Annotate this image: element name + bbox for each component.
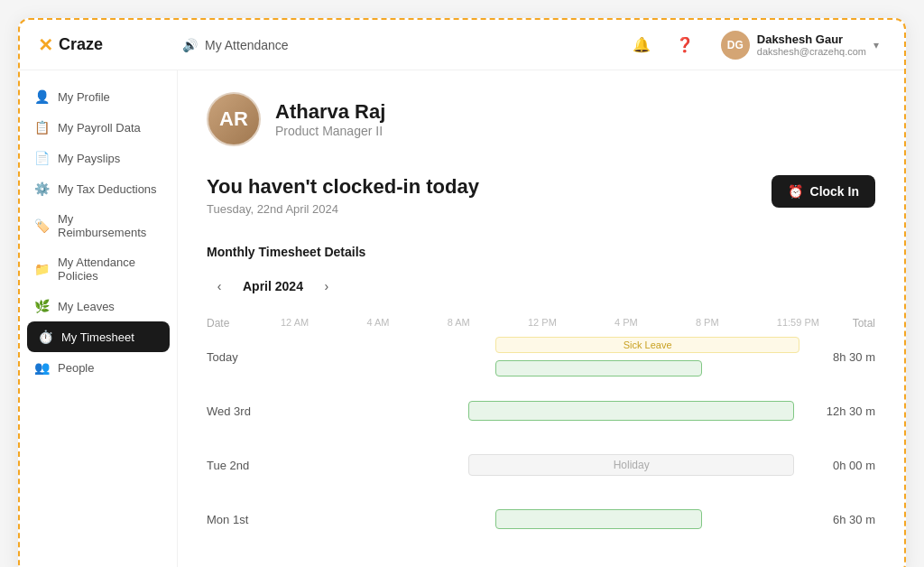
timesheet-heading: Monthly Timesheet Details xyxy=(207,245,875,259)
app-frame: ✕ Craze 🔊 My Attendance 🔔 ❓ DG Dakshesh … xyxy=(18,18,906,567)
prev-month-button[interactable]: ‹ xyxy=(207,274,232,299)
user-details: Dakshesh Gaur dakshesh@crazehq.com xyxy=(757,33,866,57)
row-total: 12h 30 m xyxy=(821,404,875,418)
row-bars: Holiday xyxy=(279,443,821,487)
nav-label-my-timesheet: My Timesheet xyxy=(61,330,134,344)
nav-label-my-tax-deductions: My Tax Deductions xyxy=(58,182,157,196)
nav-label-my-reimbursements: My Reimbursements xyxy=(58,212,162,239)
nav-icon-my-tax-deductions: ⚙️ xyxy=(34,181,49,196)
clock-in-button[interactable]: ⏰ Clock In xyxy=(772,175,875,208)
topbar-title-text: My Attendance xyxy=(205,38,289,52)
row-date: Today xyxy=(207,350,279,364)
row-date: Tue 2nd xyxy=(207,459,279,472)
logo: ✕ Craze xyxy=(38,34,182,56)
date-column-header: Date xyxy=(207,317,279,330)
total-column-header: Total xyxy=(821,317,875,330)
nav-icon-my-payslips: 📄 xyxy=(34,151,49,165)
timesheet-section: Monthly Timesheet Details ‹ April 2024 ›… xyxy=(207,245,875,541)
user-menu[interactable]: DG Dakshesh Gaur dakshesh@crazehq.com ▾ xyxy=(714,27,886,63)
nav-icon-people: 👥 xyxy=(34,360,49,375)
sidebar-item-my-attendance-policies[interactable]: 📁 My Attendance Policies xyxy=(20,247,177,291)
sidebar-item-my-leaves[interactable]: 🌿 My Leaves xyxy=(20,291,177,321)
row-total: 0h 00 m xyxy=(821,459,875,472)
sidebar-item-people[interactable]: 👥 People xyxy=(20,352,177,383)
next-month-button[interactable]: › xyxy=(314,274,339,299)
attendance-icon: 🔊 xyxy=(182,38,198,52)
table-row: TodaySick Leave8h 30 m xyxy=(207,335,875,378)
nav-label-my-profile: My Profile xyxy=(58,90,110,104)
table-row: Wed 3rd12h 30 m xyxy=(207,389,875,432)
nav-icon-my-payroll-data: 📋 xyxy=(34,120,49,135)
row-total: 6h 30 m xyxy=(821,513,875,526)
user-email: dakshesh@crazehq.com xyxy=(757,46,866,57)
row-bars xyxy=(279,497,821,541)
month-label: April 2024 xyxy=(243,279,303,293)
row-bars: Sick Leave xyxy=(279,335,821,378)
row-date: Wed 3rd xyxy=(207,404,279,418)
profile-name: Atharva Raj xyxy=(275,100,385,124)
sidebar-item-my-payroll-data[interactable]: 📋 My Payroll Data xyxy=(20,112,177,143)
topbar: ✕ Craze 🔊 My Attendance 🔔 ❓ DG Dakshesh … xyxy=(20,20,904,70)
profile-title: Product Manager II xyxy=(275,124,385,138)
clock-section: You haven't clocked-in today Tuesday, 22… xyxy=(207,175,875,216)
holiday-bar: Holiday xyxy=(468,454,794,476)
sidebar-item-my-timesheet[interactable]: ⏱️ My Timesheet xyxy=(27,321,170,352)
sidebar-item-my-profile[interactable]: 👤 My Profile xyxy=(20,81,177,112)
nav-icon-my-attendance-policies: 📁 xyxy=(34,262,49,276)
work-bar xyxy=(468,401,794,421)
clock-heading: You haven't clocked-in today xyxy=(207,175,479,199)
nav-icon-my-leaves: 🌿 xyxy=(34,299,49,313)
work-bar xyxy=(495,509,701,529)
nav-label-people: People xyxy=(58,361,94,375)
main-layout: 👤 My Profile 📋 My Payroll Data 📄 My Pays… xyxy=(20,70,904,567)
clock-message: You haven't clocked-in today Tuesday, 22… xyxy=(207,175,479,216)
profile-info: Atharva Raj Product Manager II xyxy=(275,100,385,138)
sidebar-item-my-payslips[interactable]: 📄 My Payslips xyxy=(20,143,177,173)
clock-date: Tuesday, 22nd April 2024 xyxy=(207,202,479,216)
work-bar xyxy=(495,360,701,376)
sick-leave-bar: Sick Leave xyxy=(495,337,799,353)
row-bars xyxy=(279,389,821,432)
nav-icon-my-timesheet: ⏱️ xyxy=(38,330,52,344)
row-date: Mon 1st xyxy=(207,513,279,526)
user-avatar: DG xyxy=(721,31,750,60)
clock-in-label: Clock In xyxy=(810,184,859,199)
topbar-actions: 🔔 ❓ DG Dakshesh Gaur dakshesh@crazehq.co… xyxy=(627,27,886,63)
clock-icon: ⏰ xyxy=(788,184,803,199)
table-row: Mon 1st6h 30 m xyxy=(207,497,875,541)
profile-avatar: AR xyxy=(207,92,261,146)
notifications-button[interactable]: 🔔 xyxy=(627,31,656,60)
logo-text: Craze xyxy=(59,35,103,54)
grid-header: Date 12 AM 4 AM 8 AM 12 PM 4 PM 8 PM 11:… xyxy=(207,317,875,330)
sidebar-item-my-tax-deductions[interactable]: ⚙️ My Tax Deductions xyxy=(20,173,177,204)
sidebar: 👤 My Profile 📋 My Payroll Data 📄 My Pays… xyxy=(20,70,178,567)
sidebar-item-my-reimbursements[interactable]: 🏷️ My Reimbursements xyxy=(20,204,177,247)
topbar-title: 🔊 My Attendance xyxy=(182,38,627,52)
nav-label-my-attendance-policies: My Attendance Policies xyxy=(58,256,162,283)
nav-icon-my-profile: 👤 xyxy=(34,89,49,104)
nav-label-my-payroll-data: My Payroll Data xyxy=(58,121,141,135)
nav-icon-my-reimbursements: 🏷️ xyxy=(34,218,49,233)
nav-label-my-payslips: My Payslips xyxy=(58,152,120,165)
nav-label-my-leaves: My Leaves xyxy=(58,300,115,313)
chevron-down-icon: ▾ xyxy=(873,39,879,51)
main-content: AR Atharva Raj Product Manager II You ha… xyxy=(178,70,904,567)
user-name: Dakshesh Gaur xyxy=(757,33,866,46)
logo-icon: ✕ xyxy=(38,34,53,56)
help-button[interactable]: ❓ xyxy=(670,31,699,60)
row-total: 8h 30 m xyxy=(821,350,875,364)
time-header: 12 AM 4 AM 8 AM 12 PM 4 PM 8 PM 11:59 PM xyxy=(279,317,821,330)
profile-section: AR Atharva Raj Product Manager II xyxy=(207,92,875,146)
table-row: Tue 2ndHoliday0h 00 m xyxy=(207,443,875,487)
timesheet-rows: TodaySick Leave8h 30 mWed 3rd12h 30 mTue… xyxy=(207,335,875,541)
month-navigator: ‹ April 2024 › xyxy=(207,274,875,299)
